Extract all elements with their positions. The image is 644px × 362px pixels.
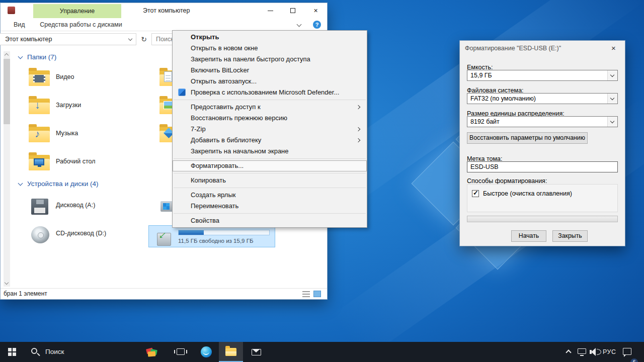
documents-folder-icon: [164, 71, 172, 82]
language-indicator[interactable]: РУС: [603, 342, 616, 362]
filesystem-dropdown[interactable]: FAT32 (по умолчанию): [467, 93, 618, 104]
music-folder-icon: ♪: [35, 128, 40, 140]
network-button[interactable]: [577, 342, 589, 362]
expand-ribbon-icon[interactable]: [297, 22, 302, 27]
folder-item-video[interactable]: Видео: [24, 65, 150, 91]
close-button[interactable]: ×: [304, 3, 327, 18]
speaker-wave-icon: [597, 349, 601, 355]
group-header-devices[interactable]: Устройства и диски (4): [19, 180, 99, 188]
refresh-button[interactable]: ↻: [138, 33, 149, 45]
folder-item-desktop[interactable]: Рабочий стол: [24, 149, 150, 175]
dropdown-arrow-icon[interactable]: [607, 94, 617, 104]
volume-button[interactable]: [590, 342, 603, 362]
close-dialog-button[interactable]: Закрыть: [552, 230, 588, 242]
notification-badge: 6: [630, 358, 638, 362]
search-placeholder: Поиск: [156, 34, 174, 45]
downloads-folder-icon: ↓: [35, 99, 40, 111]
menu-item-open[interactable]: Открыть: [173, 32, 367, 43]
window-icon: [8, 7, 15, 14]
contextual-tab-group[interactable]: Управление: [33, 4, 121, 18]
menu-item-defender-scan[interactable]: Проверка с использованием Microsoft Defe…: [173, 87, 367, 98]
mail-button[interactable]: [244, 342, 268, 362]
notification-icon: [623, 348, 631, 355]
nav-scrollbar[interactable]: [4, 51, 10, 287]
ribbon-tab-row: Вид Средства работы с дисками ?: [1, 18, 327, 31]
chevron-down-icon: [18, 54, 23, 59]
colorful-app-icon: [146, 347, 157, 356]
file-explorer-button[interactable]: [219, 342, 243, 362]
minimize-icon: [268, 11, 273, 11]
tray-expand-button[interactable]: [564, 342, 576, 362]
volume-label-input[interactable]: ESD-USB: [467, 161, 618, 172]
menu-item-give-access[interactable]: Предоставить доступ к: [173, 102, 367, 113]
menu-item-bitlocker[interactable]: Включить BitLocker: [173, 65, 367, 76]
dropdown-arrow-icon[interactable]: [607, 117, 617, 127]
allocation-unit-dropdown[interactable]: 8192 байт: [467, 116, 618, 127]
file-explorer-icon: [225, 348, 236, 356]
task-view-button[interactable]: [169, 342, 193, 362]
chevron-down-icon: [18, 181, 23, 186]
desktop-folder-icon: [34, 158, 44, 165]
minimize-button[interactable]: [259, 3, 282, 18]
tab-view[interactable]: Вид: [14, 18, 25, 31]
thumbnails-view-icon[interactable]: [313, 291, 321, 297]
restore-defaults-button[interactable]: Восстановить параметры по умолчанию: [467, 132, 588, 144]
menu-item-properties[interactable]: Свойства: [173, 215, 367, 226]
submenu-arrow-icon: [356, 127, 360, 131]
start-button[interactable]: Начать: [511, 230, 546, 242]
group-header-folders[interactable]: Папки (7): [19, 53, 56, 61]
dropdown-arrow-icon[interactable]: [607, 70, 617, 80]
windows-flag-icon: [163, 203, 170, 210]
menu-item-open-new-window[interactable]: Открыть в новом окне: [173, 43, 367, 54]
menu-item-pin-quick-access[interactable]: Закрепить на панели быстрого доступа: [173, 54, 367, 65]
windows-start-icon: [8, 348, 16, 356]
tab-drive-tools[interactable]: Средства работы с дисками: [40, 18, 122, 31]
action-center-button[interactable]: 6: [621, 342, 636, 362]
task-view-icon: [177, 348, 185, 355]
taskbar-search-text[interactable]: Поиск: [45, 342, 64, 362]
dialog-title: Форматирование "ESD-USB (E:)": [465, 41, 561, 56]
folder-item-downloads[interactable]: ↓ Загрузки: [24, 93, 150, 119]
taskbar: Поиск РУС 6: [0, 342, 644, 362]
context-menu: Открыть Открыть в новом окне Закрепить н…: [172, 30, 367, 228]
format-options-label: Способы форматирования:: [467, 177, 547, 185]
scrollbar-thumb[interactable]: [4, 59, 10, 124]
menu-separator: [174, 188, 366, 188]
breadcrumb[interactable]: Этот компьютер: [5, 34, 52, 45]
capacity-bar: [178, 230, 270, 235]
folder-item-music[interactable]: ♪ Музыка: [24, 121, 150, 147]
network-icon: [578, 348, 586, 354]
menu-item-pin-to-start[interactable]: Закрепить на начальном экране: [173, 146, 367, 157]
edge-button[interactable]: [194, 342, 218, 362]
menu-item-format[interactable]: Форматировать...: [173, 160, 367, 171]
menu-item-rename[interactable]: Переименовать: [173, 201, 367, 212]
start-button[interactable]: [0, 342, 24, 362]
capacity-dropdown[interactable]: 15,9 ГБ: [467, 70, 618, 81]
menu-item-create-shortcut[interactable]: Создать ярлык: [173, 190, 367, 201]
cd-disc-icon: [31, 226, 49, 243]
chevron-up-icon: [566, 349, 571, 355]
menu-item-autoplay[interactable]: Открыть автозапуск...: [173, 76, 367, 87]
quick-format-checkbox[interactable]: [472, 190, 479, 197]
search-icon[interactable]: [31, 348, 37, 354]
scroll-up-icon[interactable]: [5, 53, 9, 57]
usb-drive-icon: →: [156, 229, 173, 248]
window-title: Этот компьютер: [143, 3, 190, 18]
chevron-down-icon[interactable]: [128, 37, 132, 41]
dialog-close-button[interactable]: ×: [602, 41, 625, 56]
address-bar[interactable]: Этот компьютер: [0, 33, 136, 45]
menu-item-copy[interactable]: Копировать: [173, 175, 367, 186]
dialog-title-bar[interactable]: Форматирование "ESD-USB (E:)" ×: [460, 41, 625, 56]
menu-item-add-to-library[interactable]: Добавить в библиотеку: [173, 135, 367, 146]
details-view-icon[interactable]: [302, 291, 310, 297]
help-icon[interactable]: ?: [313, 21, 321, 29]
device-item-cd[interactable]: CD-дисковод (D:): [24, 221, 150, 247]
device-item-usb-selected[interactable]: → 11,5 ГБ свободно из 15,9 ГБ: [148, 225, 275, 247]
menu-item-restore-previous[interactable]: Восстановить прежнюю версию: [173, 113, 367, 124]
device-item-floppy[interactable]: Дисковод (A:): [24, 193, 150, 219]
maximize-button[interactable]: [282, 3, 304, 18]
menu-item-7zip[interactable]: 7-Zip: [173, 124, 367, 135]
pinned-app-button[interactable]: [140, 342, 164, 362]
title-bar[interactable]: Управление Этот компьютер ×: [1, 3, 327, 18]
scroll-down-icon[interactable]: [5, 281, 9, 285]
